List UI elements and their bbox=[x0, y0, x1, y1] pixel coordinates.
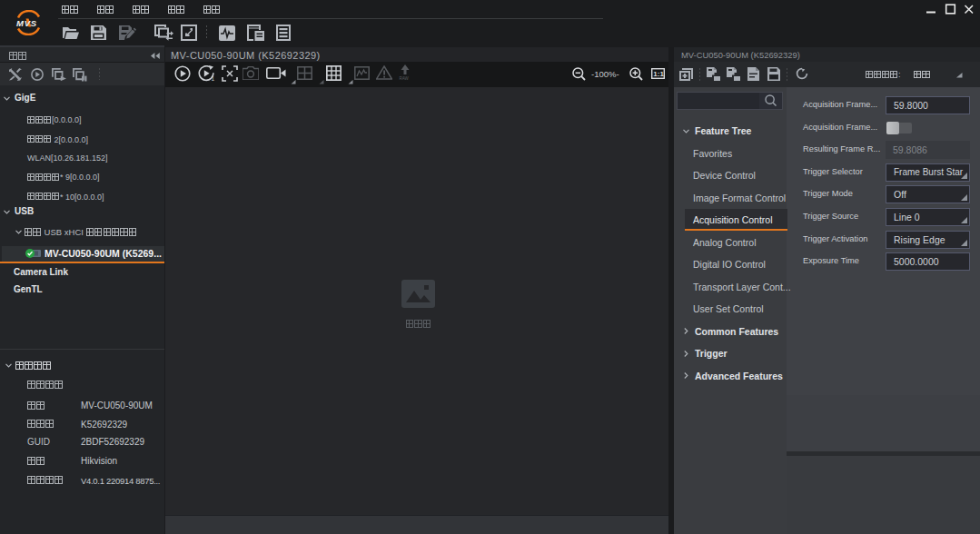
svg-text:M V S: M V S bbox=[16, 18, 37, 28]
svg-text:1: 1 bbox=[212, 75, 215, 82]
svg-text:RAW: RAW bbox=[400, 76, 410, 81]
svg-text:1:1: 1:1 bbox=[653, 70, 664, 78]
